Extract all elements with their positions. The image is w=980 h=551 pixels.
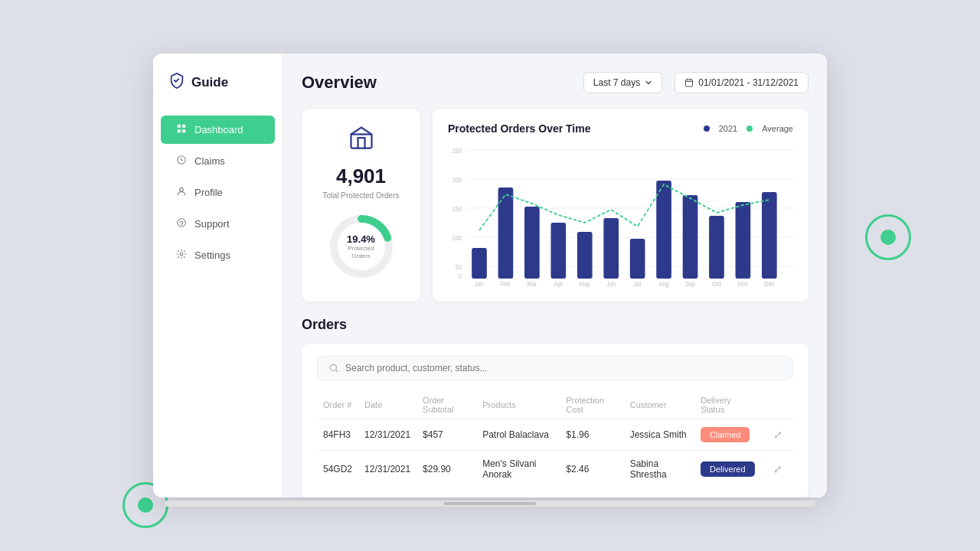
table-header-row: Order # Date Order Subtotal Products Pro… bbox=[317, 391, 793, 419]
svg-rect-25 bbox=[524, 207, 540, 279]
svg-rect-0 bbox=[178, 125, 181, 128]
order-status: Claimed bbox=[694, 419, 763, 451]
support-icon bbox=[176, 217, 187, 230]
settings-label: Settings bbox=[194, 249, 230, 261]
filter-label: Last 7 days bbox=[593, 77, 640, 88]
svg-text:150: 150 bbox=[452, 205, 462, 213]
order-expand[interactable]: ⤢ bbox=[763, 451, 793, 488]
date-range-label: 01/01/2021 - 31/12/2021 bbox=[698, 77, 799, 88]
col-order-num: Order # bbox=[317, 391, 358, 419]
box-icon bbox=[348, 124, 375, 157]
svg-rect-1 bbox=[182, 125, 185, 128]
calendar-icon bbox=[684, 78, 694, 87]
expand-button[interactable]: ⤢ bbox=[769, 461, 787, 477]
order-status: Delivered bbox=[694, 451, 763, 488]
svg-rect-26 bbox=[550, 223, 566, 279]
laptop-wrapper: Guide Dashboard bbox=[0, 0, 980, 551]
profile-icon bbox=[176, 186, 187, 199]
svg-text:Jul: Jul bbox=[634, 280, 642, 288]
order-num: 54GD2 bbox=[317, 451, 358, 488]
search-bar[interactable] bbox=[317, 356, 793, 380]
table-row: 54GD2 12/31/2021 $29.90 Men's Silvani An… bbox=[317, 451, 793, 488]
col-date: Date bbox=[358, 391, 416, 419]
stat-card-protected-orders: 4,901 Total Protected Orders 19.4% Prote… bbox=[302, 109, 420, 302]
donut-label: ProtectedOrders bbox=[347, 245, 375, 259]
chart-header: Protected Orders Over Time 2021 Average bbox=[448, 122, 793, 135]
order-subtotal: $457 bbox=[416, 419, 476, 451]
dashboard-label: Dashboard bbox=[194, 124, 243, 135]
order-expand[interactable]: ⤢ bbox=[763, 419, 793, 451]
sidebar-item-settings[interactable]: Settings bbox=[161, 241, 275, 269]
svg-text:200: 200 bbox=[452, 176, 462, 184]
order-date: 12/31/2021 bbox=[358, 419, 416, 451]
svg-rect-30 bbox=[656, 181, 671, 279]
sidebar-item-dashboard[interactable]: Dashboard bbox=[161, 116, 275, 144]
chart-legend: 2021 Average bbox=[704, 124, 793, 133]
col-subtotal: Order Subtotal bbox=[416, 391, 476, 419]
claims-label: Claims bbox=[194, 155, 225, 167]
search-icon bbox=[328, 363, 339, 373]
total-orders-label: Total Protected Orders bbox=[322, 191, 399, 200]
donut-chart: 19.4% ProtectedOrders bbox=[327, 212, 396, 281]
svg-rect-31 bbox=[683, 195, 698, 279]
sidebar-item-profile[interactable]: Profile bbox=[161, 178, 275, 207]
laptop-screen: Guide Dashboard bbox=[153, 54, 827, 497]
svg-point-5 bbox=[180, 187, 184, 191]
col-actions bbox=[763, 391, 793, 419]
profile-label: Profile bbox=[194, 187, 223, 198]
svg-rect-28 bbox=[603, 218, 619, 279]
svg-rect-34 bbox=[762, 192, 777, 279]
svg-text:Dec: Dec bbox=[764, 280, 774, 288]
svg-rect-33 bbox=[736, 202, 751, 279]
svg-text:Mar: Mar bbox=[528, 280, 537, 288]
svg-text:Jun: Jun bbox=[606, 280, 616, 288]
date-range-button[interactable]: 01/01/2021 - 31/12/2021 bbox=[675, 72, 808, 93]
logo-area: Guide bbox=[153, 72, 283, 93]
svg-rect-2 bbox=[178, 129, 181, 132]
order-protection-cost: $2.46 bbox=[560, 451, 623, 488]
sidebar: Guide Dashboard bbox=[153, 54, 283, 497]
col-products: Products bbox=[476, 391, 560, 419]
filter-button[interactable]: Last 7 days bbox=[583, 72, 662, 93]
search-input[interactable] bbox=[345, 363, 782, 373]
sidebar-item-support[interactable]: Support bbox=[161, 210, 275, 238]
legend-dot-avg bbox=[746, 126, 753, 132]
svg-text:0: 0 bbox=[459, 272, 462, 280]
dashboard-icon bbox=[176, 123, 187, 136]
support-label: Support bbox=[194, 218, 230, 230]
svg-text:Feb: Feb bbox=[501, 280, 511, 288]
expand-button[interactable]: ⤢ bbox=[769, 427, 787, 442]
order-protection-cost: $1.96 bbox=[560, 419, 623, 451]
svg-text:Sep: Sep bbox=[685, 280, 695, 288]
svg-rect-9 bbox=[686, 80, 693, 86]
legend-dot-2021 bbox=[704, 126, 710, 132]
svg-text:Oct: Oct bbox=[712, 280, 721, 288]
svg-point-8 bbox=[180, 253, 183, 256]
orders-section: Order # Date Order Subtotal Products Pro… bbox=[302, 344, 808, 497]
svg-point-7 bbox=[181, 225, 182, 226]
svg-rect-23 bbox=[472, 248, 487, 279]
svg-text:May: May bbox=[580, 280, 591, 288]
cards-row: 4,901 Total Protected Orders 19.4% Prote… bbox=[302, 109, 808, 302]
svg-rect-29 bbox=[630, 239, 645, 279]
claims-icon bbox=[176, 155, 187, 168]
page-title: Overview bbox=[302, 73, 377, 93]
status-badge: Delivered bbox=[701, 461, 754, 477]
chevron-down-icon bbox=[645, 79, 652, 86]
sidebar-item-claims[interactable]: Claims bbox=[161, 147, 275, 175]
svg-rect-3 bbox=[182, 129, 185, 132]
col-customer: Customer bbox=[624, 391, 694, 419]
order-customer: Jessica Smith bbox=[624, 419, 694, 451]
orders-table: Order # Date Order Subtotal Products Pro… bbox=[317, 391, 793, 487]
chart-card: Protected Orders Over Time 2021 Average bbox=[433, 109, 808, 302]
scrollbar-thumb[interactable] bbox=[444, 502, 536, 505]
svg-text:250: 250 bbox=[452, 147, 462, 155]
svg-text:Apr: Apr bbox=[554, 280, 564, 288]
order-product: Men's Silvani Anorak bbox=[476, 451, 560, 488]
order-customer: Sabina Shrestha bbox=[624, 451, 694, 488]
status-badge: Claimed bbox=[701, 427, 750, 442]
col-protection: Protection Cost bbox=[560, 391, 623, 419]
svg-text:100: 100 bbox=[452, 234, 462, 242]
orders-title: Orders bbox=[302, 317, 808, 333]
legend-average: Average bbox=[762, 124, 793, 133]
